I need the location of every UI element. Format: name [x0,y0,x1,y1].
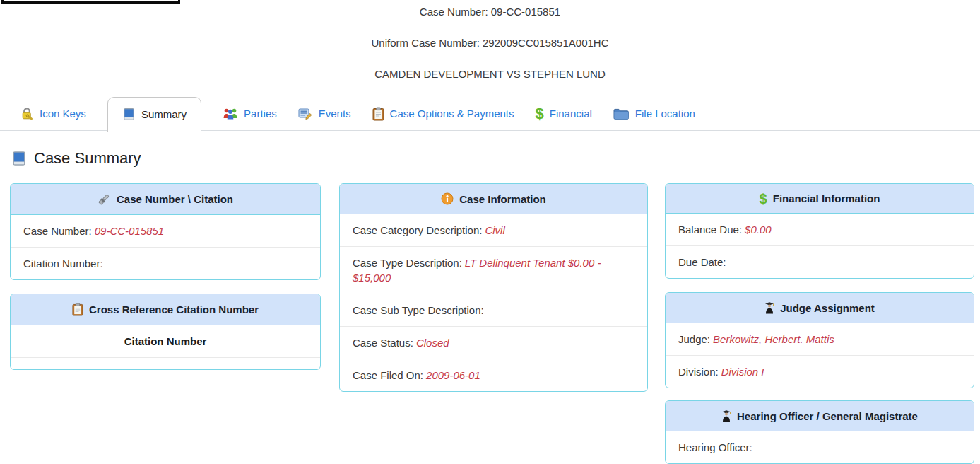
table-row: Case Filed On:2009-06-01 [340,359,647,391]
uniform-case-number-line: Uniform Case Number: 292009CC015851A001H… [0,37,980,49]
panel-title: Cross Reference Citation Number [89,303,259,315]
lock-key-icon [20,107,34,121]
case-header: Case Number: 09-CC-015851 Uniform Case N… [0,0,980,80]
panel-cross-reference-citation: Cross Reference Citation Number Citation… [10,294,321,370]
row-label: Case Category Description: [353,224,482,236]
row-label: Case Filed On: [353,369,423,381]
table-row-empty [11,358,320,369]
tab-file-location[interactable]: File Location [613,108,695,120]
dollar-icon: $ [760,193,767,204]
table-row: Case Sub Type Description: [340,294,647,327]
case-detail-page: Case Number: 09-CC-015851 Uniform Case N… [0,0,980,464]
tab-bar: Icon Keys Summary [0,97,980,131]
dollar-icon: $ [536,108,544,120]
clipboard-icon [372,107,384,121]
panel-hearing-officer: Hearing Officer / General Magistrate Hea… [665,400,974,464]
row-value: Civil [485,224,504,236]
clipboard-icon [72,303,83,316]
book-icon [122,108,136,121]
panel-title: Judge Assignment [780,302,875,314]
row-label: Case Sub Type Description: [353,304,484,316]
row-label: Division: [678,366,719,378]
folder-icon [613,108,630,120]
row-value: Division I [721,366,764,378]
row-label: Balance Due: [678,224,742,236]
row-label: Citation Number: [23,257,103,269]
panel-header: $ Financial Information [666,184,974,214]
tab-summary[interactable]: Summary [107,97,201,132]
note-pencil-icon [298,108,313,120]
panel-columns: Case Number \ Citation Case Number:09-CC… [11,183,980,464]
table-row: Case Category Description:Civil [340,214,647,247]
tab-parties[interactable]: Parties [223,107,277,120]
judge-icon [721,410,731,422]
book-icon [11,151,27,166]
table-row: Case Type Description:LT Delinquent Tena… [340,247,647,294]
row-value: 2009-06-01 [426,369,480,381]
panel-judge-assignment: Judge Assignment Judge:Berkowitz, Herber… [665,292,974,388]
table-row: Citation Number: [11,248,320,279]
row-value: 09-CC-015851 [95,225,164,237]
table-row: Balance Due:$0.00 [666,214,974,246]
row-value: Berkowitz, Herbert. Mattis [713,333,834,345]
tab-label: File Location [635,108,695,120]
table-row: Hearing Officer: [666,431,974,463]
row-value: Closed [416,337,449,349]
panel-title: Hearing Officer / General Magistrate [737,410,918,422]
tab-label: Summary [141,108,187,120]
tab-icon-keys[interactable]: Icon Keys [20,107,86,121]
row-label: Case Type Description: [353,257,462,269]
column-left: Case Number \ Citation Case Number:09-CC… [10,183,321,464]
column-header-citation-number: Citation Number [11,325,320,358]
panel-case-information: Case Information Case Category Descripti… [339,183,648,392]
tab-label: Icon Keys [40,108,86,120]
page-title: Case Summary [11,149,980,168]
panel-title: Case Number \ Citation [117,193,233,205]
row-label: Case Status: [353,337,413,349]
row-label: Judge: [678,333,710,345]
panel-header: Case Number \ Citation [11,184,320,215]
tab-label: Events [319,108,351,120]
panel-title: Financial Information [773,192,880,204]
info-icon [441,192,454,205]
panel-case-number-citation: Case Number \ Citation Case Number:09-CC… [10,183,321,280]
panel-title: Case Information [459,193,546,205]
page-title-text: Case Summary [34,149,141,168]
table-row: Case Number:09-CC-015851 [11,215,320,248]
table-row: Judge:Berkowitz, Herbert. Mattis [666,323,974,356]
summary-content: Case Summary [0,131,980,464]
row-label: Case Number: [23,225,92,237]
panel-header: Judge Assignment [666,293,974,323]
tab-label: Financial [550,108,592,120]
table-row: Due Date: [666,246,974,278]
column-right: $ Financial Information Balance Due:$0.0… [665,183,974,464]
cutoff-element-top-left [1,0,180,4]
flashlight-icon [98,192,111,206]
tab-events[interactable]: Events [298,108,351,120]
tab-label: Case Options & Payments [390,108,514,120]
case-title: CAMDEN DEVELOPMENT VS STEPHEN LUND [0,68,980,80]
row-value: $0.00 [745,224,772,236]
tab-label: Parties [244,108,277,120]
panel-header: Case Information [340,184,647,214]
panel-header: Hearing Officer / General Magistrate [666,401,974,431]
tab-financial[interactable]: $ Financial [536,108,592,120]
tab-case-options-payments[interactable]: Case Options & Payments [372,107,514,121]
column-middle: Case Information Case Category Descripti… [339,183,648,464]
row-label: Due Date: [678,256,726,268]
people-icon [223,107,238,120]
row-label: Hearing Officer: [678,441,752,453]
panel-header: Cross Reference Citation Number [11,294,320,325]
case-number-line: Case Number: 09-CC-015851 [0,6,980,18]
judge-icon [764,301,774,314]
table-row: Case Status:Closed [340,327,647,359]
panel-financial-information: $ Financial Information Balance Due:$0.0… [665,183,974,279]
table-row: Division:Division I [666,356,974,388]
